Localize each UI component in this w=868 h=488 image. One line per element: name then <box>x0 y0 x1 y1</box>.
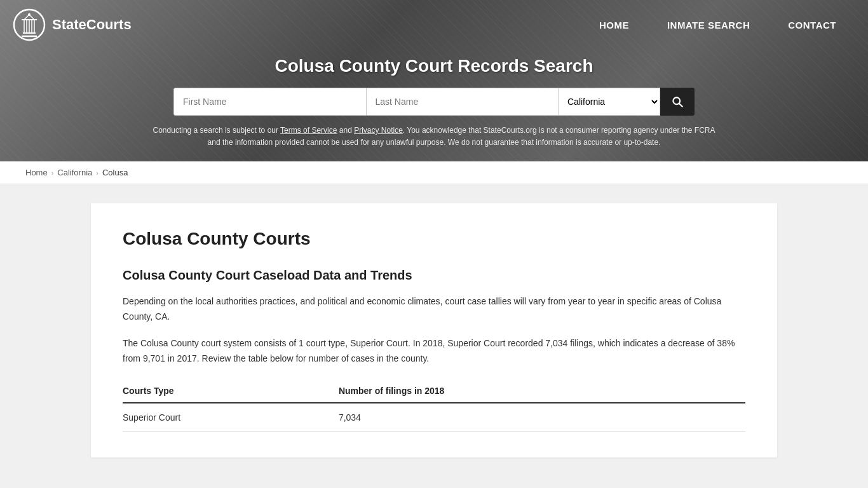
logo-text: StateCourts <box>52 17 132 33</box>
table-body: Superior Court 7,034 <box>123 403 745 432</box>
search-icon <box>671 95 684 108</box>
terms-link[interactable]: Terms of Service <box>280 126 337 135</box>
breadcrumb-chevron-1: › <box>51 169 54 177</box>
table-header-row: Courts Type Number of filings in 2018 <box>123 379 745 403</box>
svg-point-12 <box>28 13 31 16</box>
table-row: Superior Court 7,034 <box>123 403 745 432</box>
cell-court-type: Superior Court <box>123 403 313 432</box>
search-bar: Select State Alabama Alaska Arizona Arka… <box>173 88 695 116</box>
breadcrumb-chevron-2: › <box>96 169 98 177</box>
table-header: Courts Type Number of filings in 2018 <box>123 379 745 403</box>
nav-home[interactable]: HOME <box>580 2 648 48</box>
nav-inmate-search[interactable]: INMATE SEARCH <box>648 2 769 48</box>
page-title: Colusa County Courts <box>123 229 745 249</box>
breadcrumb-home[interactable]: Home <box>25 168 48 177</box>
privacy-link[interactable]: Privacy Notice <box>354 126 403 135</box>
disclaimer-text: Conducting a search is subject to our Te… <box>148 125 720 149</box>
filings-table: Courts Type Number of filings in 2018 Su… <box>123 379 745 432</box>
svg-line-14 <box>679 104 682 107</box>
col-filings: Number of filings in 2018 <box>313 379 745 403</box>
first-name-input[interactable] <box>173 88 367 116</box>
section-title: Colusa County Court Caseload Data and Tr… <box>123 268 745 283</box>
logo-area[interactable]: StateCourts <box>13 8 132 41</box>
search-section: Colusa County Court Records Search Selec… <box>0 50 868 161</box>
main-content: Colusa County Courts Colusa County Court… <box>53 203 815 457</box>
content-card: Colusa County Courts Colusa County Court… <box>91 203 777 457</box>
logo-icon <box>13 8 46 41</box>
last-name-input[interactable] <box>367 88 559 116</box>
search-title: Colusa County Court Records Search <box>13 56 855 76</box>
nav-links: HOME INMATE SEARCH CONTACT <box>580 2 855 48</box>
body-text-1: Depending on the local authorities pract… <box>123 294 745 325</box>
body-text-2: The Colusa County court system consists … <box>123 336 745 367</box>
svg-point-13 <box>673 97 680 104</box>
cell-filings: 7,034 <box>313 403 745 432</box>
breadcrumb: Home › California › Colusa <box>0 161 868 184</box>
search-button[interactable] <box>660 88 695 116</box>
breadcrumb-state[interactable]: California <box>57 168 92 177</box>
state-select[interactable]: Select State Alabama Alaska Arizona Arka… <box>559 88 660 116</box>
col-courts-type: Courts Type <box>123 379 313 403</box>
top-navigation: StateCourts HOME INMATE SEARCH CONTACT <box>0 0 868 50</box>
page-header: StateCourts HOME INMATE SEARCH CONTACT C… <box>0 0 868 161</box>
breadcrumb-county: Colusa <box>102 168 128 177</box>
nav-contact[interactable]: CONTACT <box>769 2 855 48</box>
